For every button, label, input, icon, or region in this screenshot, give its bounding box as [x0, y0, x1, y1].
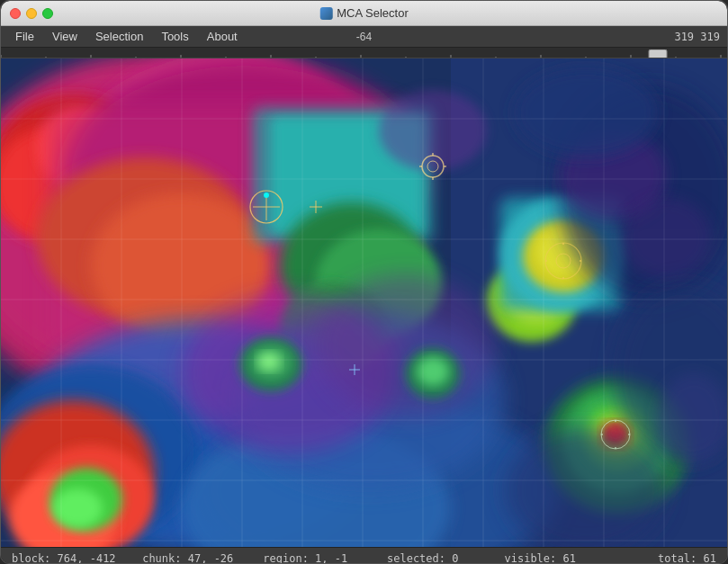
position-display: 319 319 [674, 31, 720, 43]
title-bar: MCA Selector [1, 1, 727, 26]
menu-bar: File View Selection Tools About -64 319 … [1, 26, 727, 48]
svg-point-48 [52, 488, 103, 528]
window-title: MCA Selector [319, 6, 408, 20]
svg-point-62 [258, 353, 280, 371]
menu-tools[interactable]: Tools [154, 28, 195, 45]
menu-about[interactable]: About [200, 28, 245, 45]
app-icon [319, 7, 332, 20]
svg-point-64 [417, 357, 449, 386]
menu-selection[interactable]: Selection [88, 28, 150, 45]
svg-point-72 [514, 67, 658, 157]
traffic-lights[interactable] [1, 8, 53, 19]
map-container[interactable] [1, 58, 728, 547]
svg-point-71 [379, 90, 487, 171]
coordinate-display: -64 [356, 31, 372, 43]
svg-point-97 [264, 192, 269, 198]
ruler-svg [1, 49, 727, 58]
status-region: region: 1, -1 [247, 552, 364, 565]
minimize-button[interactable] [26, 8, 37, 19]
status-bar: block: 764, -412 chunk: 47, -26 region: … [1, 547, 727, 564]
svg-rect-0 [1, 49, 727, 58]
menu-view[interactable]: View [45, 28, 85, 45]
status-visible: visible: 61 [481, 552, 599, 565]
menu-file[interactable]: File [8, 28, 41, 45]
svg-rect-18 [649, 49, 667, 58]
map-canvas[interactable] [1, 58, 728, 547]
maximize-button[interactable] [42, 8, 53, 19]
status-block: block: 764, -412 [12, 552, 130, 565]
svg-point-70 [658, 373, 728, 463]
close-button[interactable] [10, 8, 21, 19]
svg-point-69 [622, 198, 712, 279]
status-chunk: chunk: 47, -26 [130, 552, 247, 565]
ruler [1, 48, 727, 58]
status-selected: selected: 0 [364, 552, 482, 565]
status-total: total: 61 [599, 552, 717, 565]
svg-point-59 [316, 274, 496, 418]
map-svg[interactable] [1, 58, 728, 547]
